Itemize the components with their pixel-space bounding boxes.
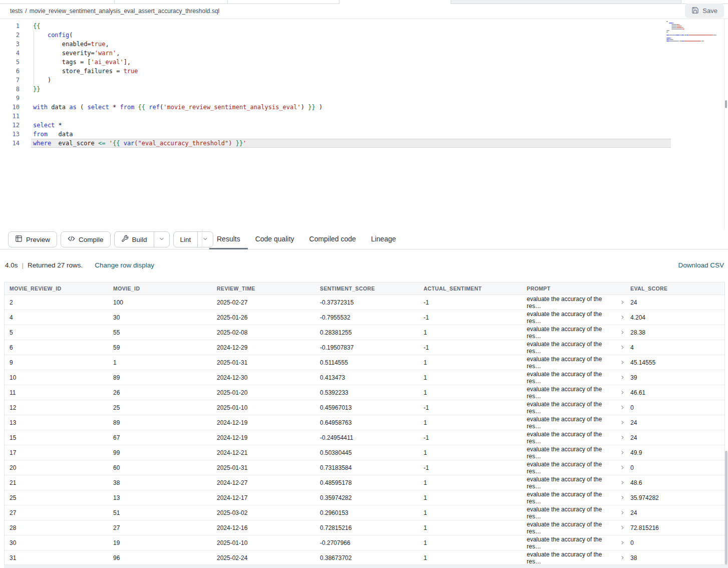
code-line[interactable]: {{ (24, 22, 668, 31)
prompt-preview-text: evaluate the accuracy of the res… (527, 446, 617, 460)
code-line[interactable]: tags = ['ai_eval'], (24, 58, 668, 67)
expand-prompt-icon[interactable] (620, 405, 625, 410)
action-toolbar: Preview Compile Build (0, 229, 728, 249)
tab-code-quality[interactable]: Code quality (248, 229, 302, 249)
table-cell: 31 (5, 550, 108, 565)
table-scrollbar-thumb[interactable] (725, 451, 727, 564)
table-row: 15672024-12-19-0.24954411-1evaluate the … (5, 430, 724, 445)
code-line[interactable] (24, 112, 668, 121)
build-dropdown-toggle[interactable] (154, 232, 169, 247)
expand-prompt-icon[interactable] (620, 300, 625, 305)
table-cell: 2025-01-10 (212, 535, 315, 550)
build-button[interactable]: Build (115, 232, 154, 247)
download-csv-link[interactable]: Download CSV (678, 261, 724, 269)
breadcrumb-root[interactable]: tests (10, 8, 23, 15)
results-table: MOVIE_REVIEW_ID MOVIE_ID REVIEW_TIME SEN… (4, 282, 724, 565)
table-cell: 30 (5, 535, 108, 550)
table-cell: -1 (419, 430, 522, 445)
tab-divider (114, 0, 115, 4)
code-line[interactable]: select * (24, 121, 668, 130)
table-cell: 24 (625, 295, 724, 310)
table-cell: 0.73183584 (315, 460, 419, 475)
table-cell: 0.35974282 (315, 490, 419, 505)
table-cell: 2025-01-26 (212, 310, 315, 325)
expand-prompt-icon[interactable] (620, 435, 625, 440)
save-button-label: Save (702, 7, 717, 15)
tab-results[interactable]: Results (209, 229, 248, 249)
prompt-cell: evaluate the accuracy of the res… (522, 355, 625, 370)
expand-prompt-icon[interactable] (620, 390, 625, 395)
table-cell: -1 (419, 295, 522, 310)
table-row: 27512025-03-020.29601531evaluate the acc… (5, 505, 724, 520)
expand-prompt-icon[interactable] (620, 420, 625, 425)
expand-prompt-icon[interactable] (620, 510, 625, 515)
expand-prompt-icon[interactable] (620, 540, 625, 545)
table-cell: 26 (108, 385, 212, 400)
line-number: 2 (0, 31, 20, 40)
lint-button[interactable]: Lint (174, 232, 198, 247)
inactive-tab[interactable] (451, 0, 681, 4)
table-cell: 2024-12-17 (212, 490, 315, 505)
line-number: 4 (0, 49, 20, 58)
expand-prompt-icon[interactable] (620, 495, 625, 500)
prompt-preview-text: evaluate the accuracy of the res… (527, 431, 617, 445)
code-line[interactable]: where eval_score <= '{{ var("eval_accura… (31, 139, 671, 148)
sql-code-editor[interactable]: 1234567891011121314 {{ config( enabled=t… (0, 19, 728, 229)
tab-compiled-code[interactable]: Compiled code (302, 229, 363, 249)
table-row: 11262025-01-200.53922331evaluate the acc… (5, 385, 724, 400)
compile-button[interactable]: Compile (61, 231, 111, 247)
horizontal-scrollbar[interactable] (4, 564, 728, 568)
prompt-preview-text: evaluate the accuracy of the res… (527, 341, 617, 355)
code-line[interactable]: ) (24, 76, 668, 85)
code-line[interactable]: store_failures = true (24, 67, 668, 76)
editor-minimap[interactable] (666, 21, 722, 42)
table-cell: 0.38673702 (315, 550, 419, 565)
editor-code[interactable]: {{ config( enabled=true, severity='warn'… (24, 22, 668, 148)
expand-prompt-icon[interactable] (620, 465, 625, 470)
table-row: 21382024-12-270.485951781evaluate the ac… (5, 475, 724, 490)
file-header-bar: tests/movie_review_sentiment_analysis_ev… (0, 4, 728, 19)
table-cell: 2025-01-20 (212, 385, 315, 400)
table-cell: 1 (419, 325, 522, 340)
expand-prompt-icon[interactable] (620, 525, 625, 530)
editor-scrollbar-thumb[interactable] (725, 100, 727, 108)
table-row: 17992024-12-210.503804451evaluate the ac… (5, 445, 724, 460)
preview-button-label: Preview (26, 236, 50, 243)
table-cell: -0.2707966 (315, 535, 419, 550)
code-line[interactable]: severity='warn', (24, 49, 668, 58)
prompt-cell: evaluate the accuracy of the res… (522, 295, 625, 310)
line-number: 7 (0, 76, 20, 85)
code-line[interactable]: enabled=true, (24, 40, 668, 49)
table-cell: 1 (419, 415, 522, 430)
preview-button[interactable]: Preview (8, 231, 57, 247)
wrench-icon (121, 235, 129, 244)
table-cell: -1 (419, 400, 522, 415)
expand-prompt-icon[interactable] (620, 330, 625, 335)
save-button[interactable]: Save (685, 4, 724, 18)
compile-button-label: Compile (79, 236, 104, 243)
file-tab-strip[interactable] (0, 0, 728, 4)
table-cell: 0 (625, 535, 724, 550)
table-cell: -0.19507837 (315, 340, 419, 355)
table-cell: 19 (108, 535, 212, 550)
expand-prompt-icon[interactable] (620, 315, 625, 320)
expand-prompt-icon[interactable] (620, 345, 625, 350)
expand-prompt-icon[interactable] (620, 360, 625, 365)
prompt-preview-text: evaluate the accuracy of the res… (527, 356, 617, 370)
code-line[interactable] (24, 94, 668, 103)
code-line[interactable]: from data (24, 130, 668, 139)
table-cell: 0.28381255 (315, 325, 419, 340)
table-cell: 38 (625, 550, 724, 565)
prompt-cell: evaluate the accuracy of the res… (522, 325, 625, 340)
table-cell: 1 (419, 445, 522, 460)
expand-prompt-icon[interactable] (620, 450, 625, 455)
table-cell: 2 (5, 295, 108, 310)
expand-prompt-icon[interactable] (620, 375, 625, 380)
expand-prompt-icon[interactable] (620, 480, 625, 485)
expand-prompt-icon[interactable] (620, 555, 625, 560)
code-line[interactable]: with data as ( select * from {{ ref('mov… (24, 103, 668, 112)
code-line[interactable]: }} (24, 85, 668, 94)
tab-lineage[interactable]: Lineage (363, 229, 404, 249)
code-line[interactable]: config( (24, 31, 668, 40)
change-row-display-link[interactable]: Change row display (95, 261, 154, 269)
